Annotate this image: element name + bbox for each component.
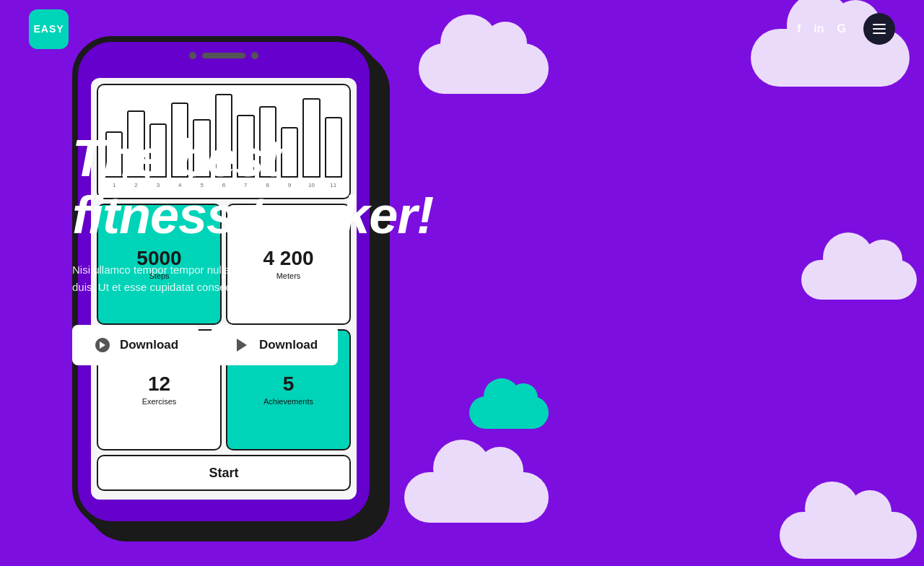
cloud-5 xyxy=(780,512,917,559)
hamburger-button[interactable] xyxy=(863,13,895,45)
header-right: f in G xyxy=(797,13,895,45)
start-button[interactable]: Start xyxy=(97,455,351,491)
download-buttons: Download Download xyxy=(72,325,433,365)
header: Easy f in G xyxy=(0,0,924,58)
appstore-download-button[interactable]: Download xyxy=(72,325,199,365)
playstore-icon xyxy=(232,335,252,355)
hero-description: Nisi ullamco tempor tempor nulla labore … xyxy=(72,261,346,296)
hero-title-line1: The best xyxy=(72,129,280,187)
hero-content: The best fitness tracker! Nisi ullamco t… xyxy=(72,130,433,365)
google-icon[interactable]: G xyxy=(837,22,846,35)
hamburger-icon xyxy=(873,24,886,34)
facebook-icon[interactable]: f xyxy=(797,22,801,35)
hero-title: The best fitness tracker! xyxy=(72,130,433,244)
playstore-download-button[interactable]: Download xyxy=(212,325,338,365)
appstore-download-label: Download xyxy=(120,338,178,352)
playstore-download-label: Download xyxy=(259,338,318,352)
stat-label: Exercises xyxy=(142,397,177,406)
hero-title-line2: fitness tracker! xyxy=(72,186,433,244)
appstore-icon xyxy=(92,335,113,355)
stat-label: Achievements xyxy=(263,397,313,406)
stat-number: 12 xyxy=(148,374,170,394)
stat-number: 5 xyxy=(283,374,295,394)
social-icons: f in G xyxy=(797,22,846,35)
cloud-teal xyxy=(469,396,549,429)
cloud-3 xyxy=(801,260,917,300)
logo[interactable]: Easy xyxy=(29,9,69,49)
linkedin-icon[interactable]: in xyxy=(814,22,824,35)
cloud-4 xyxy=(404,472,549,523)
